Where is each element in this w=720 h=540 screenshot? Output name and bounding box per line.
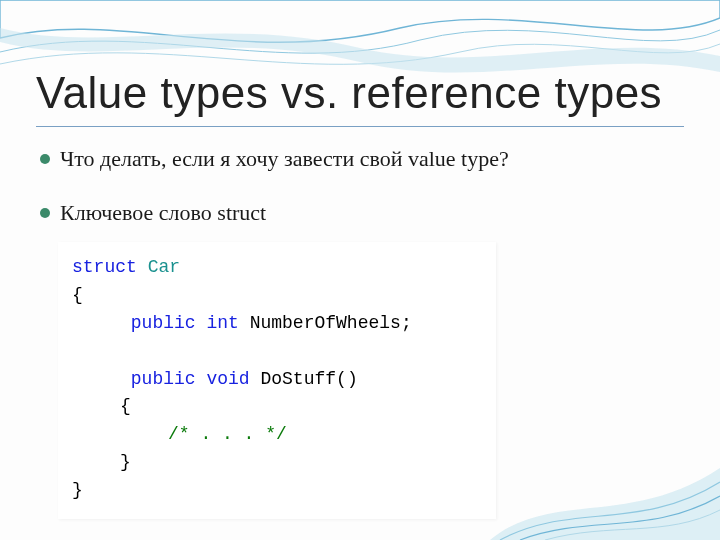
code-type: Car <box>148 257 180 277</box>
code-keyword: public <box>131 369 196 389</box>
slide-title: Value types vs. reference types <box>36 68 662 118</box>
title-underline <box>36 126 684 127</box>
code-ident: DoStuff() <box>260 369 357 389</box>
corner-waves <box>490 420 720 540</box>
bullet-dot-icon <box>40 154 50 164</box>
bullet-item-1: Что делать, если я хочу завести свой val… <box>40 146 509 172</box>
code-keyword: struct <box>72 257 137 277</box>
code-brace: } <box>120 452 131 472</box>
code-brace: } <box>72 477 482 505</box>
bullet-text: Что делать, если я хочу завести свой val… <box>60 146 509 172</box>
code-brace: { <box>72 282 482 310</box>
bullet-item-2: Ключевое слово struct <box>40 200 266 226</box>
code-block: struct Car { public int NumberOfWheels; … <box>58 242 496 519</box>
code-keyword: void <box>206 369 249 389</box>
code-comment: /* . . . */ <box>168 424 287 444</box>
code-keyword: public <box>131 313 196 333</box>
code-ident: NumberOfWheels; <box>250 313 412 333</box>
bullet-dot-icon <box>40 208 50 218</box>
code-keyword: int <box>206 313 238 333</box>
bullet-text: Ключевое слово struct <box>60 200 266 226</box>
code-brace: { <box>120 396 131 416</box>
